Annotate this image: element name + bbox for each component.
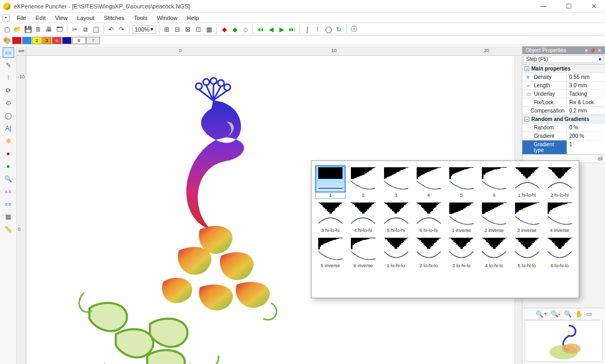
- section-main[interactable]: – Main properties: [522, 64, 605, 73]
- palette-icon[interactable]: 🎨: [2, 36, 12, 45]
- prop-random-2[interactable]: Gradient type1: [522, 140, 605, 154]
- gradient-option[interactable]: 2 hi-lo-hi: [545, 166, 574, 198]
- gradient-option[interactable]: 6: [479, 166, 509, 198]
- tool-4[interactable]: ⟳: [3, 85, 14, 96]
- maximize-button[interactable]: ☐: [561, 3, 577, 10]
- navigator-thumb[interactable]: [525, 320, 603, 362]
- curve-icon[interactable]: ∫: [302, 25, 312, 34]
- prop-val[interactable]: Fix & Lock: [567, 98, 605, 106]
- prop-val[interactable]: 200 %: [567, 132, 605, 140]
- tool-10[interactable]: ●: [3, 161, 14, 171]
- shape-icon[interactable]: ◯: [324, 25, 333, 34]
- zoom-out-icon[interactable]: 🔍-: [551, 310, 561, 318]
- prop-val[interactable]: 1: [567, 140, 605, 154]
- menu-stitches[interactable]: Stitches: [99, 14, 128, 22]
- gradient-option[interactable]: 3: [381, 166, 411, 198]
- shape-tool[interactable]: ◯: [3, 110, 14, 121]
- prop-main-1[interactable]: ↔Length3.0 mm: [522, 81, 605, 89]
- info-icon[interactable]: ⓘ: [349, 25, 359, 34]
- menu-tools[interactable]: Tools: [130, 14, 152, 22]
- gradient-option[interactable]: 6 hi-lo-hi: [414, 201, 443, 234]
- prop-main-2[interactable]: ▭UnderlayTacking: [522, 89, 605, 98]
- prop-val[interactable]: 0 %: [567, 124, 605, 132]
- color-swatch-0[interactable]: [12, 37, 22, 44]
- gradient-option[interactable]: 5: [447, 166, 476, 198]
- panel-pin-icon[interactable]: 📌: [590, 48, 596, 53]
- tool-13[interactable]: x:x: [3, 199, 14, 209]
- select-tool[interactable]: ▭: [3, 47, 14, 58]
- menu-edit[interactable]: Edit: [32, 14, 50, 22]
- prop-main-3[interactable]: Fix/LockFix & Lock: [522, 98, 605, 106]
- prop-main-4[interactable]: Compensation0.2 mm: [522, 106, 605, 115]
- save2-icon[interactable]: 🗎: [34, 25, 43, 34]
- text-tool[interactable]: A|: [3, 123, 14, 134]
- zoom-fit-icon[interactable]: 🔍: [564, 310, 572, 318]
- paste-icon[interactable]: 📋: [91, 25, 100, 34]
- prop-random-1[interactable]: Gradient200 %: [522, 132, 605, 140]
- gradient-option[interactable]: 1 lo-hi-lo: [381, 237, 411, 269]
- zoom-tool[interactable]: 🔍: [3, 174, 14, 184]
- gradient-option[interactable]: 4 hi-lo-hi: [348, 201, 378, 234]
- menu-help[interactable]: Help: [183, 14, 203, 22]
- gradient-option[interactable]: 6 lo-hi-lo: [545, 237, 574, 269]
- edit-tool[interactable]: ✎: [3, 60, 14, 70]
- diamond-grey-icon[interactable]: ◇: [240, 25, 250, 34]
- collapse-icon[interactable]: –: [525, 117, 529, 122]
- wave-icon[interactable]: ⌇: [313, 25, 322, 34]
- gradient-option[interactable]: 4 lo-hi-lo: [479, 237, 509, 269]
- panel-dropdown-icon[interactable]: ▾: [585, 48, 588, 53]
- zoom-level[interactable]: 100%▾: [132, 25, 156, 34]
- gradient-option[interactable]: 3 lo-hi-lo: [447, 237, 476, 269]
- panel-close-icon[interactable]: ✕: [598, 48, 602, 53]
- minimize-button[interactable]: —: [536, 3, 551, 10]
- prop-val[interactable]: 3.0 mm: [567, 82, 605, 89]
- nav-first-icon[interactable]: ⏮: [256, 25, 265, 34]
- prop-main-0[interactable]: ≡Density0.55 mm: [522, 73, 605, 81]
- cut-icon[interactable]: ✂: [70, 25, 79, 34]
- section-random[interactable]: – Random and Gradients: [522, 115, 605, 123]
- tool-9[interactable]: ●: [3, 148, 14, 159]
- print-icon[interactable]: 🖶: [44, 25, 54, 34]
- diamond-green-icon[interactable]: ◆: [230, 25, 239, 34]
- grid-tool[interactable]: ▦: [3, 211, 14, 222]
- nav-next-icon[interactable]: ▶: [277, 25, 286, 34]
- tool-12[interactable]: x:x: [3, 186, 14, 197]
- snap5-icon[interactable]: ▦: [204, 25, 214, 34]
- color-swatch-1[interactable]: [22, 37, 32, 44]
- prop-val[interactable]: 0.2 mm: [567, 107, 605, 115]
- snap4-icon[interactable]: ⊡: [194, 25, 203, 34]
- gradient-option[interactable]: 1: [316, 166, 345, 198]
- copy-icon[interactable]: ⧉: [80, 25, 90, 34]
- color-swatch-4[interactable]: 4: [52, 37, 62, 44]
- zoom-in-icon[interactable]: 🔍+: [536, 310, 547, 318]
- diamond-red-icon[interactable]: ◆: [219, 25, 229, 34]
- gradient-option[interactable]: 5 lo-hi-lo: [512, 237, 542, 269]
- gradient-option[interactable]: 2 inverse: [479, 201, 509, 234]
- gradient-option[interactable]: 5 hi-lo-hi: [381, 201, 411, 234]
- close-button[interactable]: ✕: [586, 3, 602, 10]
- gradient-option[interactable]: 1 inverse: [447, 201, 476, 234]
- prop-val[interactable]: 0.55 mm: [567, 73, 605, 81]
- new-icon[interactable]: ▢: [2, 25, 12, 34]
- gradient-option[interactable]: 4: [414, 166, 443, 198]
- gradient-option[interactable]: 4 inverse: [545, 201, 574, 234]
- prop-val[interactable]: Tacking: [567, 90, 605, 98]
- collapse-icon[interactable]: –: [525, 66, 529, 71]
- nav-prev-icon[interactable]: ◀: [266, 25, 276, 34]
- refresh-icon[interactable]: ↻: [334, 25, 344, 34]
- color-swatch-3[interactable]: 3: [42, 37, 52, 44]
- gradient-option[interactable]: 1 hi-lo-hi: [512, 166, 542, 198]
- nav-last-icon[interactable]: ⏭: [287, 25, 297, 34]
- menu-file[interactable]: File: [13, 14, 31, 22]
- save-icon[interactable]: 💾: [23, 25, 33, 34]
- undo-icon[interactable]: ↶: [106, 25, 116, 34]
- gradient-option[interactable]: 5 inverse: [316, 237, 345, 269]
- ruler-tool[interactable]: 📏: [3, 224, 14, 235]
- color-swatch-5[interactable]: [62, 37, 72, 44]
- snap2-icon[interactable]: ⊟: [173, 25, 182, 34]
- snap3-icon[interactable]: ⊠: [183, 25, 193, 34]
- menu-window[interactable]: Window: [153, 14, 182, 22]
- color-swatch-2[interactable]: 2: [32, 37, 42, 44]
- stitch-tool[interactable]: ⌇: [3, 73, 14, 83]
- snap1-icon[interactable]: ⊞: [162, 25, 172, 34]
